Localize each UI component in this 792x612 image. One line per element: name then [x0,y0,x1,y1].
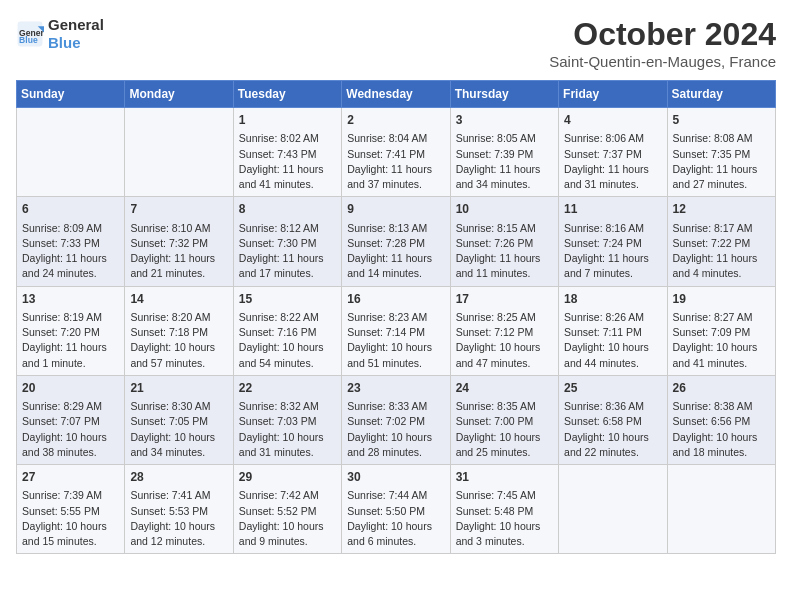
calendar-cell: 17Sunrise: 8:25 AMSunset: 7:12 PMDayligh… [450,286,558,375]
day-number: 26 [673,380,770,397]
cell-text: Sunset: 7:39 PM [456,147,553,162]
day-number: 4 [564,112,661,129]
cell-text: Sunrise: 8:29 AM [22,399,119,414]
cell-text: Sunrise: 8:23 AM [347,310,444,325]
logo: General Blue GeneralBlue [16,16,104,52]
cell-text: Daylight: 10 hours and 25 minutes. [456,430,553,460]
day-number: 3 [456,112,553,129]
cell-text: Sunset: 7:03 PM [239,414,336,429]
day-number: 31 [456,469,553,486]
cell-text: Sunset: 7:20 PM [22,325,119,340]
cell-text: Daylight: 10 hours and 41 minutes. [673,340,770,370]
cell-text: Daylight: 10 hours and 22 minutes. [564,430,661,460]
day-number: 1 [239,112,336,129]
cell-text: Sunrise: 8:05 AM [456,131,553,146]
calendar-title: October 2024 [549,16,776,53]
cell-text: Sunrise: 8:27 AM [673,310,770,325]
calendar-cell: 11Sunrise: 8:16 AMSunset: 7:24 PMDayligh… [559,197,667,286]
calendar-cell: 28Sunrise: 7:41 AMSunset: 5:53 PMDayligh… [125,465,233,554]
title-block: October 2024 Saint-Quentin-en-Mauges, Fr… [549,16,776,70]
day-number: 22 [239,380,336,397]
cell-text: Sunset: 7:16 PM [239,325,336,340]
day-number: 24 [456,380,553,397]
cell-text: Sunrise: 8:12 AM [239,221,336,236]
day-number: 10 [456,201,553,218]
calendar-cell [17,108,125,197]
day-number: 29 [239,469,336,486]
day-number: 27 [22,469,119,486]
cell-text: Sunrise: 8:19 AM [22,310,119,325]
cell-text: Sunset: 7:14 PM [347,325,444,340]
cell-text: Daylight: 10 hours and 51 minutes. [347,340,444,370]
cell-text: Daylight: 10 hours and 6 minutes. [347,519,444,549]
calendar-cell [559,465,667,554]
calendar-cell: 15Sunrise: 8:22 AMSunset: 7:16 PMDayligh… [233,286,341,375]
cell-text: Sunrise: 7:45 AM [456,488,553,503]
cell-text: Daylight: 11 hours and 7 minutes. [564,251,661,281]
cell-text: Sunrise: 8:22 AM [239,310,336,325]
day-number: 6 [22,201,119,218]
calendar-cell: 9Sunrise: 8:13 AMSunset: 7:28 PMDaylight… [342,197,450,286]
day-number: 20 [22,380,119,397]
calendar-cell: 24Sunrise: 8:35 AMSunset: 7:00 PMDayligh… [450,375,558,464]
cell-text: Sunset: 7:43 PM [239,147,336,162]
cell-text: Daylight: 10 hours and 15 minutes. [22,519,119,549]
cell-text: Sunset: 7:02 PM [347,414,444,429]
cell-text: Sunrise: 8:25 AM [456,310,553,325]
cell-text: Sunset: 7:24 PM [564,236,661,251]
day-number: 19 [673,291,770,308]
calendar-cell: 25Sunrise: 8:36 AMSunset: 6:58 PMDayligh… [559,375,667,464]
cell-text: Daylight: 11 hours and 31 minutes. [564,162,661,192]
column-header-monday: Monday [125,81,233,108]
cell-text: Daylight: 10 hours and 47 minutes. [456,340,553,370]
cell-text: Daylight: 11 hours and 34 minutes. [456,162,553,192]
calendar-cell: 31Sunrise: 7:45 AMSunset: 5:48 PMDayligh… [450,465,558,554]
cell-text: Daylight: 11 hours and 27 minutes. [673,162,770,192]
calendar-week-row: 6Sunrise: 8:09 AMSunset: 7:33 PMDaylight… [17,197,776,286]
cell-text: Sunrise: 8:10 AM [130,221,227,236]
day-number: 25 [564,380,661,397]
day-number: 17 [456,291,553,308]
cell-text: Sunrise: 8:04 AM [347,131,444,146]
cell-text: Daylight: 11 hours and 1 minute. [22,340,119,370]
cell-text: Daylight: 10 hours and 18 minutes. [673,430,770,460]
day-number: 8 [239,201,336,218]
calendar-table: SundayMondayTuesdayWednesdayThursdayFrid… [16,80,776,554]
calendar-cell: 26Sunrise: 8:38 AMSunset: 6:56 PMDayligh… [667,375,775,464]
day-number: 23 [347,380,444,397]
cell-text: Daylight: 11 hours and 4 minutes. [673,251,770,281]
calendar-week-row: 27Sunrise: 7:39 AMSunset: 5:55 PMDayligh… [17,465,776,554]
cell-text: Daylight: 11 hours and 24 minutes. [22,251,119,281]
calendar-cell: 20Sunrise: 8:29 AMSunset: 7:07 PMDayligh… [17,375,125,464]
calendar-cell: 21Sunrise: 8:30 AMSunset: 7:05 PMDayligh… [125,375,233,464]
day-number: 12 [673,201,770,218]
column-header-thursday: Thursday [450,81,558,108]
day-number: 30 [347,469,444,486]
calendar-cell: 12Sunrise: 8:17 AMSunset: 7:22 PMDayligh… [667,197,775,286]
cell-text: Sunrise: 8:09 AM [22,221,119,236]
calendar-cell: 22Sunrise: 8:32 AMSunset: 7:03 PMDayligh… [233,375,341,464]
cell-text: Daylight: 10 hours and 57 minutes. [130,340,227,370]
calendar-header-row: SundayMondayTuesdayWednesdayThursdayFrid… [17,81,776,108]
day-number: 2 [347,112,444,129]
cell-text: Sunset: 7:41 PM [347,147,444,162]
column-header-friday: Friday [559,81,667,108]
cell-text: Daylight: 11 hours and 14 minutes. [347,251,444,281]
cell-text: Sunset: 7:37 PM [564,147,661,162]
logo-text: GeneralBlue [48,16,104,52]
cell-text: Sunset: 7:09 PM [673,325,770,340]
cell-text: Sunset: 7:05 PM [130,414,227,429]
calendar-cell: 8Sunrise: 8:12 AMSunset: 7:30 PMDaylight… [233,197,341,286]
cell-text: Sunrise: 7:41 AM [130,488,227,503]
cell-text: Sunrise: 8:06 AM [564,131,661,146]
column-header-saturday: Saturday [667,81,775,108]
cell-text: Sunrise: 8:26 AM [564,310,661,325]
cell-text: Sunset: 6:56 PM [673,414,770,429]
cell-text: Daylight: 10 hours and 12 minutes. [130,519,227,549]
cell-text: Daylight: 11 hours and 17 minutes. [239,251,336,281]
day-number: 21 [130,380,227,397]
calendar-cell: 13Sunrise: 8:19 AMSunset: 7:20 PMDayligh… [17,286,125,375]
cell-text: Daylight: 10 hours and 54 minutes. [239,340,336,370]
cell-text: Sunset: 7:26 PM [456,236,553,251]
cell-text: Sunrise: 8:35 AM [456,399,553,414]
